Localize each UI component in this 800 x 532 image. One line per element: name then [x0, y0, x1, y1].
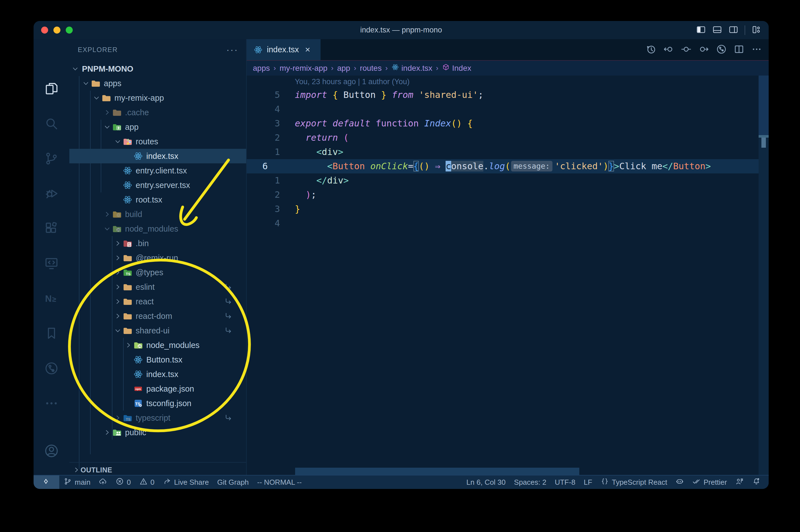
breadcrumb-apps[interactable]: apps: [253, 64, 270, 73]
code-line[interactable]: 5import { Button } from 'shared-ui';: [247, 88, 769, 102]
tree-item-tsconfig-json[interactable]: TStsconfig.json: [69, 396, 246, 411]
file-react: [122, 180, 133, 190]
status-item-git-graph[interactable]: Git Graph: [213, 475, 253, 489]
nx-console-icon[interactable]: N≥: [44, 291, 59, 306]
breadcrumb-my-remix-app[interactable]: my-remix-app: [280, 64, 327, 73]
code-editor[interactable]: You, 23 hours ago | 1 author (You)5impor…: [247, 76, 769, 475]
tree-item-remix-run[interactable]: @remix-run: [69, 251, 246, 265]
tree-item-node-modules[interactable]: JSnode_modules: [69, 338, 246, 353]
more-actions-icon[interactable]: [751, 44, 762, 56]
more-icon[interactable]: [44, 396, 59, 411]
source-control-icon[interactable]: [44, 151, 59, 166]
code-line[interactable]: 2 );: [247, 188, 769, 202]
code-text: );: [295, 188, 316, 202]
search-icon[interactable]: [44, 116, 59, 131]
tree-item-entry-server-tsx[interactable]: entry.server.tsx: [69, 178, 246, 192]
code-line[interactable]: 4: [247, 102, 769, 116]
status-item-utf-8[interactable]: UTF-8: [551, 475, 579, 489]
status-item-main[interactable]: main: [59, 475, 95, 489]
status-item-remote-icon[interactable]: [34, 475, 59, 489]
status-item-ln-6-col-30[interactable]: Ln 6, Col 30: [462, 475, 510, 489]
status-item-spaces-2[interactable]: Spaces: 2: [510, 475, 551, 489]
split-editor-icon[interactable]: [734, 44, 744, 56]
tab-index-tsx[interactable]: index.tsx ×: [247, 39, 321, 60]
vertical-scrollbar[interactable]: [759, 76, 769, 475]
status-item-0[interactable]: 0: [135, 475, 158, 489]
breadcrumb-index[interactable]: Index: [442, 63, 471, 73]
breadcrumb-index-tsx[interactable]: index.tsx: [391, 63, 433, 73]
line-number: 4: [247, 102, 280, 116]
change-icon[interactable]: [681, 44, 691, 56]
status-item-cloud-upload-icon[interactable]: [95, 475, 111, 489]
tree-item-types[interactable]: TS@types: [69, 265, 246, 280]
status-item-lf[interactable]: LF: [579, 475, 596, 489]
outline-section[interactable]: OUTLINE: [69, 462, 246, 475]
tree-item-react-dom[interactable]: react-dom: [69, 309, 246, 323]
tree-item-shared-ui[interactable]: shared-ui: [69, 323, 246, 338]
tree-item-label: app: [125, 122, 138, 132]
git-blame-annotation[interactable]: You, 23 hours ago | 1 author (You): [247, 76, 769, 88]
tab-bar: index.tsx ×: [247, 39, 769, 61]
extensions-icon[interactable]: [44, 221, 59, 236]
code-line[interactable]: 3export default function Index() {: [247, 116, 769, 131]
tree-item-label: my-remix-app: [114, 93, 164, 103]
explorer-icon[interactable]: [44, 81, 59, 96]
tree-item-apps[interactable]: apps: [69, 76, 246, 91]
tree-item-entry-client-tsx[interactable]: entry.client.tsx: [69, 163, 246, 178]
tree-item-label: routes: [136, 137, 158, 146]
code-line[interactable]: 1 <div>: [247, 145, 769, 159]
tree-item-index-tsx[interactable]: index.tsx: [69, 367, 246, 381]
tree-item-eslint[interactable]: eslint: [69, 280, 246, 294]
history-icon[interactable]: [646, 44, 656, 56]
customize-layout-icon[interactable]: [751, 25, 761, 36]
tree-item-label: Button.tsx: [146, 355, 183, 364]
code-line[interactable]: 1 </div>: [247, 173, 769, 188]
status-item-live-share[interactable]: Live Share: [158, 475, 213, 489]
tree-item-button-tsx[interactable]: Button.tsx: [69, 353, 246, 367]
breadcrumb-routes[interactable]: routes: [360, 64, 382, 73]
tree-item-react[interactable]: react: [69, 294, 246, 309]
tree-item-build[interactable]: build: [69, 207, 246, 222]
status-item-bell-dot-icon[interactable]: [748, 475, 765, 489]
chevron-right-icon: [124, 341, 133, 349]
toggle-sidebar-icon[interactable]: [696, 25, 706, 36]
status-item-normal[interactable]: -- NORMAL --: [253, 475, 306, 489]
breadcrumb-app[interactable]: app: [337, 64, 350, 73]
remote-explorer-icon[interactable]: [44, 256, 59, 271]
tree-item-package-json[interactable]: npmpackage.json: [69, 381, 246, 396]
explorer-more-actions-icon[interactable]: ···: [226, 44, 238, 55]
tree-item-my-remix-app[interactable]: my-remix-app: [69, 91, 246, 105]
code-line-current[interactable]: 6 <Button onClick={() ⇒ console.log(mess…: [247, 159, 769, 173]
scrollbar-thumb[interactable]: [759, 76, 769, 136]
tree-item-routes[interactable]: routes: [69, 134, 246, 149]
status-item-copilot-icon[interactable]: [671, 475, 688, 489]
run-debug-icon[interactable]: [44, 186, 59, 201]
horizontal-scrollbar[interactable]: [295, 468, 579, 475]
status-item-typescript-react[interactable]: TypeScript React: [596, 475, 671, 489]
previous-change-icon[interactable]: [663, 44, 674, 56]
tree-item-cache[interactable]: .cache: [69, 105, 246, 120]
toggle-panel-icon[interactable]: [712, 25, 722, 36]
git-circle-icon[interactable]: [716, 44, 727, 56]
tree-item-pnpm-mono[interactable]: PNPM-MONO: [69, 61, 246, 76]
status-item-feedback-icon[interactable]: [731, 475, 748, 489]
tree-item-typescript[interactable]: TStypescript: [69, 411, 246, 425]
code-line[interactable]: 3}: [247, 202, 769, 216]
tree-item-index-tsx[interactable]: index.tsx: [69, 149, 246, 163]
code-line[interactable]: 4: [247, 216, 769, 230]
tree-item-bin[interactable]: 0110.bin: [69, 236, 246, 251]
tab-close-icon[interactable]: ×: [305, 44, 310, 55]
status-item-label: UTF-8: [555, 478, 575, 487]
tree-item-node-modules[interactable]: JSnode_modules: [69, 222, 246, 236]
tree-item-app[interactable]: app: [69, 120, 246, 134]
status-item-0[interactable]: 0: [111, 475, 135, 489]
next-change-icon[interactable]: [699, 44, 709, 56]
tree-item-root-tsx[interactable]: root.tsx: [69, 192, 246, 207]
status-item-prettier[interactable]: Prettier: [688, 475, 731, 489]
account-icon[interactable]: [44, 443, 59, 458]
tree-item-public[interactable]: public: [69, 425, 246, 440]
toggle-secondary-sidebar-icon[interactable]: [728, 25, 739, 36]
gitlens-icon[interactable]: [44, 361, 59, 376]
bookmarks-icon[interactable]: [44, 326, 59, 341]
code-line[interactable]: 2 return (: [247, 131, 769, 145]
